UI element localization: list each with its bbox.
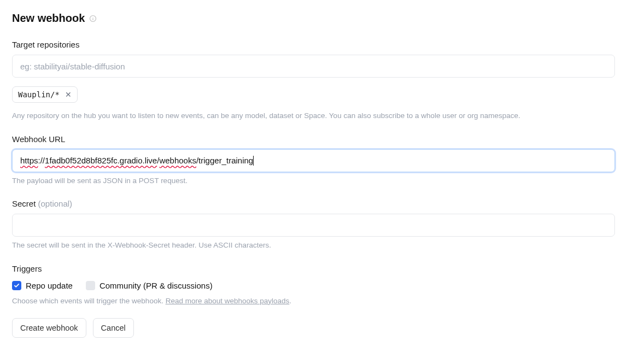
secret-input[interactable]	[12, 214, 615, 237]
info-icon[interactable]	[89, 15, 97, 22]
secret-label: Secret (optional)	[12, 199, 615, 208]
svg-point-2	[93, 16, 93, 17]
trigger-repo-update-label: Repo update	[26, 281, 73, 290]
cancel-button[interactable]: Cancel	[93, 318, 134, 338]
triggers-help-link[interactable]: Read more about webhooks payloads	[166, 297, 290, 305]
checkbox-unchecked-icon[interactable]	[86, 281, 95, 290]
trigger-repo-update[interactable]: Repo update	[12, 281, 73, 290]
page-title: New webhook	[12, 12, 85, 25]
trigger-community[interactable]: Community (PR & discussions)	[86, 281, 213, 290]
target-repos-help: Any repository on the hub you want to li…	[12, 110, 615, 121]
repo-chip-label: Wauplin/*	[18, 90, 60, 99]
webhook-url-help: The payload will be sent as JSON in a PO…	[12, 175, 615, 186]
text-cursor	[253, 156, 254, 166]
close-icon[interactable]: ✕	[65, 91, 72, 98]
webhook-url-input[interactable]: https :// 1fadb0f52d8bf825fc.gradio.live…	[12, 149, 615, 172]
secret-help: The secret will be sent in the X-Webhook…	[12, 240, 615, 251]
repo-chip[interactable]: Wauplin/* ✕	[12, 86, 78, 103]
create-webhook-button[interactable]: Create webhook	[12, 318, 86, 338]
webhook-url-label: Webhook URL	[12, 134, 615, 144]
triggers-label: Triggers	[12, 264, 615, 273]
triggers-help: Choose which events will trigger the web…	[12, 296, 615, 307]
trigger-community-label: Community (PR & discussions)	[99, 281, 213, 290]
checkbox-checked-icon[interactable]	[12, 281, 21, 290]
target-repos-input[interactable]	[12, 55, 615, 78]
target-repos-label: Target repositories	[12, 40, 615, 49]
